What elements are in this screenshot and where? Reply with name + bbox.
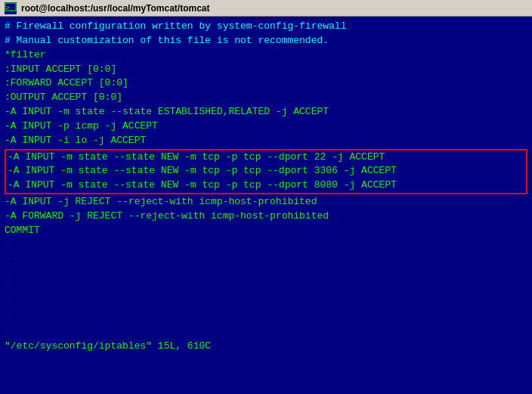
svg-text:>_: >_ [6,5,14,11]
highlighted-block: -A INPUT -m state --state NEW -m tcp -p … [5,149,527,195]
line-input-accept: :INPUT ACCEPT [0:0] [5,63,527,77]
line-output-accept: :OUTPUT ACCEPT [0:0] [5,91,527,105]
line-reject-forward: -A FORWARD -j REJECT --reject-with icmp-… [5,209,527,224]
line-lo: -A INPUT -i lo -j ACCEPT [5,134,527,148]
title-bar-text: root@localhost:/usr/local/myTomcat/tomca… [21,3,210,14]
line-commit: COMMIT [5,224,527,238]
highlight-line-2: -A INPUT -m state --state NEW -m tcp -p … [6,164,526,178]
tilde-1: ~ [5,238,527,253]
highlight-line-3: -A INPUT -m state --state NEW -m tcp -p … [6,178,526,193]
line-filter: *filter [5,48,527,63]
status-line: "/etc/sysconfig/iptables" 15L, 610C [5,340,527,354]
terminal[interactable]: # Firewall configuration written by syst… [0,17,532,394]
tilde-7: ~ [5,324,527,338]
tilde-6: ~ [5,309,527,324]
line-forward-accept: :FORWARD ACCEPT [0:0] [5,76,527,91]
line-reject-input: -A INPUT -j REJECT --reject-with icmp-ho… [5,195,527,209]
line-comment-1: # Firewall configuration written by syst… [5,20,527,34]
title-bar: >_ root@localhost:/usr/local/myTomcat/to… [0,0,532,17]
line-comment-2: # Manual customization of this file is n… [5,34,527,48]
tilde-5: ~ [5,295,527,309]
tilde-3: ~ [5,266,527,281]
tilde-4: ~ [5,281,527,295]
line-established: -A INPUT -m state --state ESTABLISHED,RE… [5,105,527,119]
terminal-icon: >_ [5,2,17,14]
tilde-2: ~ [5,253,527,267]
line-icmp: -A INPUT -p icmp -j ACCEPT [5,119,527,134]
highlight-line-1: -A INPUT -m state --state NEW -m tcp -p … [6,150,526,165]
